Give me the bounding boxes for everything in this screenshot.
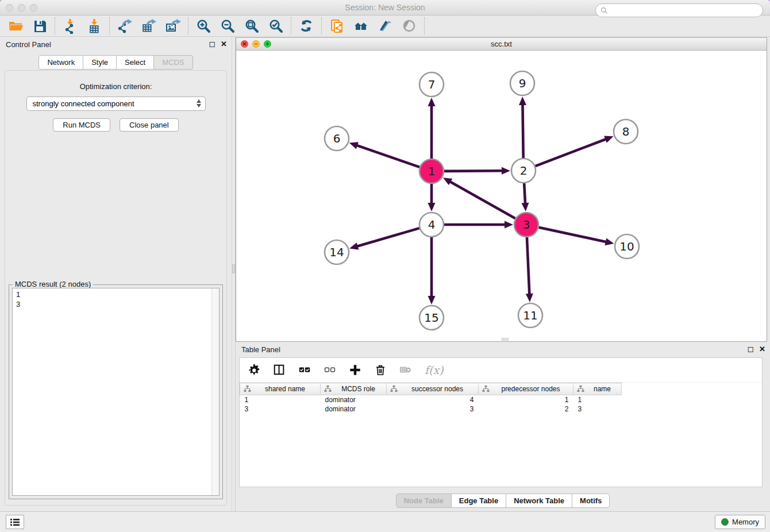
table-cell[interactable]: 4 (387, 395, 479, 404)
edge-4-3[interactable] (444, 221, 513, 229)
close-panel-icon[interactable]: ✕ (221, 40, 227, 48)
table-cell[interactable]: dominator (321, 395, 387, 404)
graph-node-6[interactable]: 6 (325, 126, 349, 151)
panel-splitter[interactable] (232, 37, 236, 511)
edge-4-14[interactable] (349, 228, 419, 249)
tab-network-table[interactable]: Network Table (506, 494, 572, 508)
close-table-panel-icon[interactable]: ✕ (759, 345, 765, 353)
graph-node-11[interactable]: 11 (518, 303, 542, 327)
search-input[interactable] (608, 5, 763, 16)
network-canvas[interactable]: 7968124314101511 (236, 51, 767, 342)
float-panel-icon[interactable]: ◻ (209, 40, 215, 48)
add-column-button[interactable] (349, 364, 361, 376)
tab-motifs[interactable]: Motifs (572, 494, 610, 508)
export-image-button[interactable] (161, 16, 185, 36)
graph-node-2[interactable]: 2 (511, 159, 536, 183)
memory-button[interactable]: Memory (715, 515, 765, 529)
column-header-predecessor-nodes[interactable]: predecessor nodes (479, 383, 573, 395)
column-header-name[interactable]: name (573, 383, 622, 395)
edge-2-8[interactable] (536, 136, 614, 166)
search-box[interactable] (595, 3, 763, 17)
graph-node-14[interactable]: 14 (325, 240, 349, 264)
delete-table-button[interactable] (399, 364, 412, 376)
tab-network[interactable]: Network (38, 55, 83, 70)
save-session-button[interactable] (28, 16, 52, 36)
network-window-titlebar[interactable]: ✕ – + scc.txt (236, 38, 767, 51)
column-layout-button[interactable] (273, 364, 286, 376)
export-table-button[interactable] (137, 16, 161, 36)
run-mcds-button[interactable]: Run MCDS (53, 118, 110, 132)
tab-node-table[interactable]: Node Table (396, 494, 452, 508)
mcds-result-scrollbar[interactable] (211, 288, 219, 495)
edge-3-11[interactable] (526, 237, 533, 302)
export-network-icon (117, 18, 133, 34)
export-network-button[interactable] (113, 16, 137, 36)
settings-gear-button[interactable] (248, 364, 260, 376)
table-cell[interactable]: dominator (321, 404, 387, 414)
graph-node-3[interactable]: 3 (514, 213, 538, 237)
table-cell[interactable]: 1 (240, 395, 321, 404)
edge-1-7[interactable] (428, 98, 436, 159)
table-cell[interactable]: 3 (240, 404, 321, 414)
hide-selected-button[interactable] (373, 16, 397, 36)
table-row[interactable]: 1dominator411 (240, 395, 763, 404)
function-builder-button[interactable]: f(x) (425, 364, 444, 376)
column-header-MCDS-role[interactable]: MCDS role (321, 383, 387, 395)
refresh-button[interactable] (294, 16, 318, 36)
splitter-grip[interactable] (232, 264, 235, 273)
edge-2-9[interactable] (519, 97, 526, 158)
table-cell[interactable]: 1 (573, 395, 622, 404)
table-panel-header: Table Panel ◻ ✕ (236, 342, 770, 358)
toolbar-separator (55, 17, 55, 34)
float-table-panel-icon[interactable]: ◻ (747, 345, 754, 353)
graph-node-9[interactable]: 9 (510, 71, 534, 95)
import-network-button[interactable] (58, 16, 82, 36)
first-neighbors-button[interactable] (349, 16, 373, 36)
edge-3-10[interactable] (538, 228, 614, 246)
edge-2-3[interactable] (521, 183, 529, 211)
zoom-out-button[interactable] (215, 16, 240, 36)
close-panel-button[interactable]: Close panel (120, 118, 179, 132)
edge-1-6[interactable] (349, 142, 419, 167)
table-cell[interactable]: 3 (573, 404, 622, 414)
select-stepper-icon (197, 99, 201, 107)
graph-node-7[interactable]: 7 (419, 72, 444, 97)
edge-1-2[interactable] (444, 167, 510, 175)
delete-column-button[interactable] (374, 364, 387, 376)
task-history-button[interactable] (6, 515, 24, 529)
column-header-successor-nodes[interactable]: successor nodes (387, 383, 479, 395)
deselect-all-button[interactable] (324, 364, 336, 376)
table-cell[interactable]: 1 (479, 395, 573, 404)
table-cell[interactable]: 2 (479, 404, 573, 414)
new-network-from-selection-button[interactable] (325, 16, 349, 36)
zoom-selected-button[interactable] (264, 16, 288, 36)
open-file-button[interactable] (3, 16, 28, 36)
control-panel: Control Panel ◻ ✕ NetworkStyleSelectMCDS… (0, 37, 232, 511)
tab-select[interactable]: Select (117, 55, 154, 70)
tab-edge-table[interactable]: Edge Table (452, 494, 506, 508)
edge-4-15[interactable] (428, 237, 436, 304)
tab-style[interactable]: Style (83, 55, 117, 70)
edge-1-4[interactable] (428, 184, 436, 211)
show-all-button[interactable] (397, 16, 421, 36)
table-row[interactable]: 3dominator323 (240, 404, 763, 414)
zoom-fit-button[interactable] (240, 16, 264, 36)
table-cell[interactable]: 3 (387, 404, 479, 414)
graph-node-4[interactable]: 4 (419, 213, 444, 237)
graph-node-1[interactable]: 1 (419, 159, 444, 183)
network-resize-grip[interactable] (502, 338, 509, 341)
optimization-criterion-select[interactable]: strongly connected component (26, 97, 206, 111)
graph-node-8[interactable]: 8 (614, 119, 638, 144)
node-label: 1 (428, 164, 436, 178)
mcds-result-textarea[interactable]: 1 3 (12, 288, 220, 496)
graph-node-10[interactable]: 10 (615, 234, 639, 259)
memory-status-icon (721, 518, 729, 526)
zoom-in-button[interactable] (191, 16, 215, 36)
settings-gear-icon (248, 364, 260, 376)
tab-mcds[interactable]: MCDS (154, 55, 192, 70)
select-all-button[interactable] (298, 364, 311, 376)
import-table-button[interactable] (82, 16, 106, 36)
column-header-shared-name[interactable]: shared name (240, 383, 321, 395)
edge-3-1[interactable] (443, 178, 515, 218)
graph-node-15[interactable]: 15 (419, 306, 444, 330)
